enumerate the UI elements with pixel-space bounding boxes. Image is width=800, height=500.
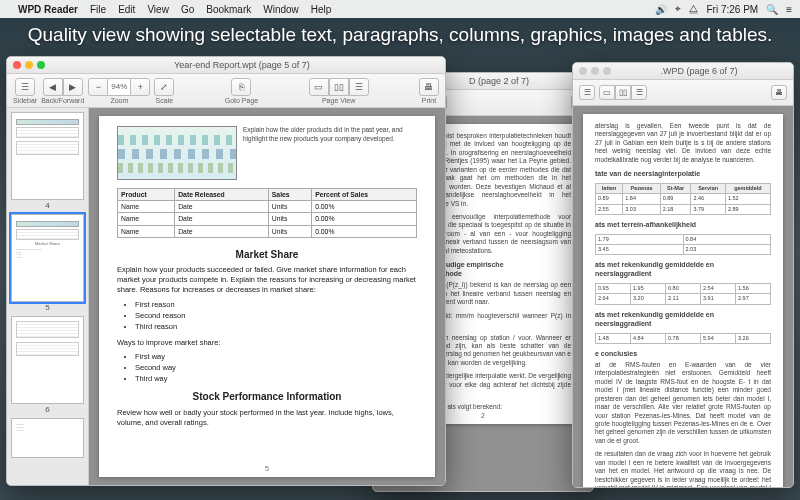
zoom-value: 94% <box>108 78 130 96</box>
scale-button[interactable]: ⤢ <box>154 78 174 96</box>
reasons-list: First reasonSecond reasonThird reason <box>135 300 417 332</box>
page-number: 5 <box>265 464 269 473</box>
pageview-two[interactable]: ▯▯ <box>329 78 349 96</box>
macos-menubar: WPD Reader File Edit View Go Bookmark Wi… <box>0 0 800 18</box>
zoom-in-button[interactable]: + <box>130 78 150 96</box>
document-window-3: .WPD (page 6 of 7) ☰ ▭▯▯☰Page View 🖶Prin… <box>572 62 794 488</box>
forward-button[interactable]: ▶ <box>63 78 83 96</box>
pageview-cont[interactable]: ☰ <box>349 78 369 96</box>
product-table: ProductDate ReleasedSalesPercent of Sale… <box>117 188 417 238</box>
print-button[interactable]: 🖶 <box>419 78 439 96</box>
traffic-lights[interactable] <box>13 61 45 69</box>
page-thumbnail[interactable] <box>11 316 84 404</box>
embedded-chart <box>117 126 237 180</box>
close-icon <box>13 61 21 69</box>
titlebar[interactable]: .WPD (page 6 of 7) <box>573 63 793 80</box>
document-page[interactable]: Explain how the older products did in th… <box>99 116 435 477</box>
data-table: lattenPezenasSt-MarServiangemiddeld 0.89… <box>595 183 771 214</box>
zoom-icon <box>37 61 45 69</box>
chart-caption: Explain how the older products did in th… <box>243 126 417 180</box>
page-thumbnail[interactable]: xxxxxxxxxxxxxxxxxxx <box>11 418 84 458</box>
window-title: Year-end Report.wpt (page 5 of 7) <box>45 60 439 70</box>
ways-list: First waySecond wayThird way <box>135 352 417 384</box>
menu-help[interactable]: Help <box>311 4 332 15</box>
menu-bookmark[interactable]: Bookmark <box>206 4 251 15</box>
back-button[interactable]: ◀ <box>43 78 63 96</box>
pageview-single[interactable]: ▭ <box>309 78 329 96</box>
pageview-single[interactable]: ▭ <box>599 85 615 100</box>
menu-go[interactable]: Go <box>181 4 194 15</box>
sidebar-toggle[interactable]: ☰ <box>15 78 35 96</box>
window-title: .WPD (page 6 of 7) <box>611 66 787 76</box>
menu-app[interactable]: WPD Reader <box>18 4 78 15</box>
section-heading-market: Market Share <box>117 248 417 262</box>
pageview-two[interactable]: ▯▯ <box>615 85 631 100</box>
titlebar[interactable]: Year-end Report.wpt (page 5 of 7) <box>7 57 445 74</box>
hero-caption: Quality view showing selectable text, pa… <box>0 24 800 46</box>
clock: Fri 7:26 PM <box>706 4 758 15</box>
page-thumbnail[interactable] <box>11 112 84 200</box>
menu-icon[interactable]: ≡ <box>786 4 792 15</box>
sidebar-label: Sidebar <box>13 97 37 104</box>
wifi-icon[interactable]: ⧋ <box>689 3 698 15</box>
thumbnail-sidebar[interactable]: 4 Market Sharexxxxx xxxxx xxxx xxxxx• xx… <box>7 108 89 485</box>
page-number: 2 <box>481 411 485 420</box>
print-button[interactable]: 🖶 <box>771 85 787 100</box>
minimize-icon <box>25 61 33 69</box>
page-thumbnail-selected[interactable]: Market Sharexxxxx xxxxx xxxx xxxxx• xxx•… <box>11 214 84 302</box>
menu-file[interactable]: File <box>90 4 106 15</box>
section-heading-stock: Stock Performance Information <box>117 390 417 404</box>
document-window-front: Year-end Report.wpt (page 5 of 7) ☰Sideb… <box>6 56 446 486</box>
menu-edit[interactable]: Edit <box>118 4 135 15</box>
toolbar: ☰Sidebar ◀▶Back/Forward −94%+Zoom ⤢Scale… <box>7 74 445 108</box>
document-page[interactable]: aterslag is gevallen. Een tweede punt is… <box>583 114 783 488</box>
spotlight-icon[interactable]: 🔍 <box>766 4 778 15</box>
zoom-out-button[interactable]: − <box>88 78 108 96</box>
sidebar-toggle[interactable]: ☰ <box>579 85 595 100</box>
volume-icon[interactable]: 🔊 <box>655 4 667 15</box>
menu-view[interactable]: View <box>147 4 169 15</box>
goto-page-button[interactable]: ⎘ <box>231 78 251 96</box>
bluetooth-icon[interactable]: ⌖ <box>675 3 681 15</box>
pageview-cont[interactable]: ☰ <box>631 85 647 100</box>
paragraph: Explain how your products succeeded or f… <box>117 265 417 295</box>
toolbar: ☰ ▭▯▯☰Page View 🖶Print <box>573 80 793 106</box>
menu-window[interactable]: Window <box>263 4 299 15</box>
